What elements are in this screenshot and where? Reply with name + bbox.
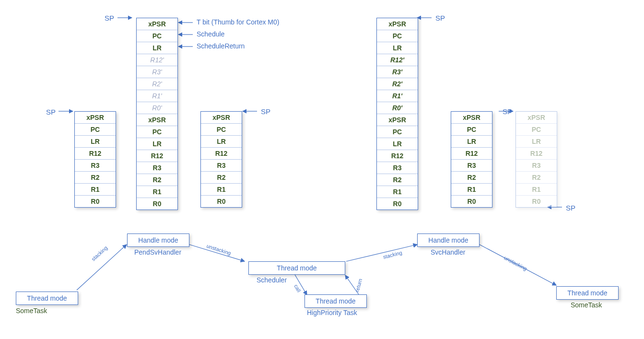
modebox-thread-2: Thread mode (556, 286, 619, 300)
lbl-svc: SvcHandler (431, 248, 465, 256)
stack-3: xPSR PC LR R12 R3 R2 R1 R0 (200, 111, 242, 208)
reg: R12 (451, 148, 492, 160)
svg-line-13 (346, 245, 417, 261)
lbl-pendsv: PendSvHandler (134, 248, 181, 256)
modebox-thread-hipri: Thread mode (304, 294, 367, 308)
svg-line-11 (295, 275, 307, 295)
lbl-hipri: HighPriority Task (307, 309, 357, 316)
reg: PC (377, 126, 418, 138)
reg: R3 (201, 160, 242, 172)
lbl-scheduler: Scheduler (257, 276, 287, 284)
reg: LR (451, 136, 492, 148)
stack-2: xPSR PC LR R12' R3' R2' R1' R0' xPSR PC … (136, 18, 178, 210)
reg: LR (201, 136, 242, 148)
lbl-sometask-1: SomeTask (16, 307, 47, 315)
reg: R0' (377, 102, 418, 114)
reg: xPSR (451, 112, 492, 124)
edge-unstacking-2: unstacking (503, 255, 528, 271)
stack-4: xPSR PC LR R12' R3' R2' R1' R0' xPSR PC … (376, 18, 418, 210)
reg: R2 (75, 172, 116, 184)
reg: PC (516, 124, 557, 136)
modebox-handle-2: Handle mode (417, 234, 480, 247)
sp-label-4: SP (435, 14, 445, 22)
reg: xPSR (75, 112, 116, 124)
reg: PC (201, 124, 242, 136)
reg: xPSR (137, 114, 177, 126)
reg: LR (516, 136, 557, 148)
edge-stacking-2: stacking (383, 250, 403, 260)
reg: LR (75, 136, 116, 148)
reg: R0 (75, 196, 116, 207)
svg-line-12 (345, 275, 359, 294)
reg: R1 (137, 186, 177, 198)
reg: R12 (516, 148, 557, 160)
edge-stacking-1: stacking (90, 245, 108, 262)
reg: R0' (137, 102, 177, 114)
reg: R1 (75, 184, 116, 196)
reg: R1' (137, 90, 177, 102)
sp-label-3: SP (261, 107, 270, 116)
reg: R2 (201, 172, 242, 184)
modebox-thread-sched: Thread mode (248, 261, 345, 275)
svg-line-10 (189, 245, 245, 261)
reg: LR (137, 138, 177, 150)
reg: R3 (451, 160, 492, 172)
stack-5: xPSR PC LR R12 R3 R2 R1 R0 (451, 111, 492, 208)
reg: xPSR (201, 112, 242, 124)
reg: R12 (137, 150, 177, 162)
reg: R12' (377, 54, 418, 66)
annot-sched: Schedule (197, 30, 224, 38)
sp-label-5: SP (503, 107, 512, 116)
reg: R1 (377, 186, 418, 198)
reg: xPSR (377, 114, 418, 126)
reg: PC (451, 124, 492, 136)
sp-label-6: SP (566, 204, 575, 212)
edge-call: call (293, 283, 302, 293)
annot-schedret: ScheduleReturn (197, 42, 245, 50)
modebox-thread-1: Thread mode (16, 292, 78, 305)
reg: xPSR (377, 18, 418, 30)
sp-label-1: SP (46, 108, 56, 116)
svg-line-14 (480, 245, 556, 285)
reg: PC (137, 126, 177, 138)
stack-6: xPSR PC LR R12 R3 R2 R1 R0 (515, 111, 557, 208)
reg: R2 (516, 172, 557, 184)
reg: LR (377, 42, 418, 54)
lbl-sometask-2: SomeTask (571, 301, 602, 309)
reg: R0 (516, 196, 557, 207)
reg: R1' (377, 90, 418, 102)
reg: R2 (377, 174, 418, 186)
reg: R12 (377, 150, 418, 162)
reg: R1 (516, 184, 557, 196)
reg: R0 (377, 198, 418, 210)
reg: LR (377, 138, 418, 150)
modebox-handle-1: Handle mode (127, 234, 189, 247)
reg: R2' (377, 78, 418, 90)
reg: R12 (201, 148, 242, 160)
reg: R1 (451, 184, 492, 196)
reg: R0 (201, 196, 242, 207)
reg: R3 (377, 162, 418, 174)
reg: xPSR (137, 18, 177, 30)
reg: R2' (137, 78, 177, 90)
reg: R2 (137, 174, 177, 186)
reg: xPSR (516, 112, 557, 124)
reg: R3 (137, 162, 177, 174)
reg: R12' (137, 54, 177, 66)
stack-1: xPSR PC LR R12 R3 R2 R1 R0 (74, 111, 116, 208)
svg-line-9 (77, 245, 127, 290)
reg: R0 (137, 198, 177, 210)
sp-label-2: SP (105, 14, 114, 22)
reg: PC (137, 30, 177, 42)
reg: PC (377, 30, 418, 42)
reg: R3' (377, 66, 418, 78)
reg: R3' (137, 66, 177, 78)
reg: R3 (516, 160, 557, 172)
reg: R2 (451, 172, 492, 184)
reg: R12 (75, 148, 116, 160)
edge-return: return (354, 278, 363, 293)
edge-unstacking-1: unstacking (206, 243, 232, 256)
reg: R3 (75, 160, 116, 172)
reg: PC (75, 124, 116, 136)
reg: R1 (201, 184, 242, 196)
